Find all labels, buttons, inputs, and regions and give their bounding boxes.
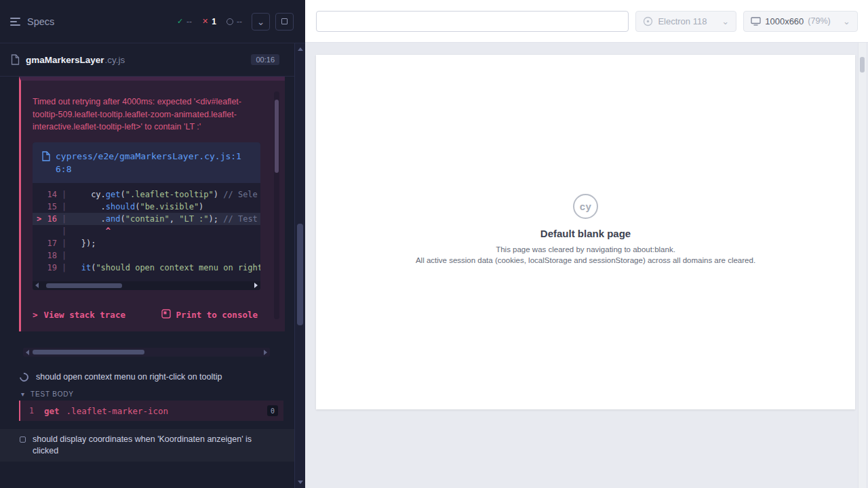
code-token: .: [71, 202, 106, 211]
stop-run-button[interactable]: [275, 13, 294, 30]
gutter-divider: [57, 213, 71, 225]
spec-extension: .cy.js: [105, 55, 125, 65]
file-icon: [42, 151, 50, 161]
gutter-divider: [57, 262, 71, 274]
code-text: cy.get(".leaflet-tooltip") // Sele: [71, 188, 258, 201]
view-stack-trace-link[interactable]: > View stack trace: [33, 310, 125, 320]
gutter-divider: [57, 201, 71, 213]
browser-label: Electron 118: [658, 16, 707, 26]
collapse-tests-button[interactable]: ⌄: [252, 13, 270, 30]
code-frame: cypress/e2e/gmaMarkersLayer.cy.js:16:8 1…: [33, 142, 260, 290]
url-toolbar: Electron 118 ⌄ 1000x660 (79%) ⌄: [305, 0, 868, 43]
spec-name[interactable]: gmaMarkersLayer: [26, 55, 104, 65]
scrollbar-thumb[interactable]: [297, 224, 303, 325]
code-text: ^: [71, 225, 111, 237]
aut-viewport: cy Default blank page This page was clea…: [305, 43, 868, 488]
code-token: // Test: [223, 214, 258, 224]
gutter-divider: [57, 225, 71, 237]
cypress-logo: cy: [573, 194, 598, 219]
scroll-left-arrow-icon[interactable]: [26, 350, 29, 355]
address-bar-input[interactable]: [316, 11, 629, 32]
reporter-header: Specs ✓ -- ✕ 1 -- ⌄: [0, 0, 305, 43]
code-token: });: [71, 239, 96, 248]
queued-test-icon: [20, 436, 26, 443]
browser-selector[interactable]: Electron 118 ⌄: [635, 11, 736, 32]
scroll-right-arrow-icon[interactable]: [264, 350, 267, 355]
scrollbar-thumb[interactable]: [33, 350, 144, 354]
test-body-section-header[interactable]: ▾ TEST BODY: [0, 387, 294, 401]
command-log-row[interactable]: 1 get .leaflet-marker-icon 0: [19, 401, 283, 421]
command-method: get: [44, 406, 60, 416]
console-icon: [161, 309, 171, 321]
specs-menu-button[interactable]: Specs: [10, 16, 54, 27]
reporter-scrollbar[interactable]: [294, 43, 305, 488]
code-token: (: [121, 214, 125, 224]
stat-failed: ✕ 1: [202, 17, 216, 26]
scrollbar-thumb[interactable]: [46, 283, 122, 288]
file-link[interactable]: cypress/e2e/gmaMarkersLayer.cy.js:16:8: [56, 150, 243, 176]
cross-icon: ✕: [202, 17, 208, 26]
print-to-console-button[interactable]: Print to console: [161, 309, 258, 321]
code-frame-file-row[interactable]: cypress/e2e/gmaMarkersLayer.cy.js:16:8: [33, 142, 260, 183]
line-number: 17: [33, 237, 57, 249]
code-token: );: [209, 214, 224, 224]
spec-header: gmaMarkersLayer .cy.js 00:16: [0, 43, 294, 77]
scroll-up-arrow-icon[interactable]: [298, 47, 303, 51]
test-title: should display coordinates when 'Koordin…: [33, 434, 256, 457]
stack-trace-label: View stack trace: [44, 310, 125, 320]
test-item-queued[interactable]: should display coordinates when 'Koordin…: [0, 429, 294, 462]
caret-icon: >: [33, 310, 38, 320]
code-token: (: [121, 190, 125, 199]
app-preview-pane: Electron 118 ⌄ 1000x660 (79%) ⌄ cy Defau…: [305, 0, 868, 488]
pending-icon: [226, 18, 233, 25]
line-number: 16: [33, 213, 57, 225]
code-token: [71, 263, 81, 272]
code-token: ): [199, 202, 203, 211]
scrollbar-thumb[interactable]: [275, 100, 279, 173]
scrollbar-thumb[interactable]: [860, 57, 865, 73]
chevron-down-icon: ⌄: [257, 17, 265, 26]
code-token: "LT :": [179, 214, 208, 224]
code-token: it: [81, 263, 91, 272]
scroll-down-arrow-icon[interactable]: [298, 481, 303, 484]
scroll-right-arrow-icon[interactable]: [254, 283, 258, 288]
preview-scrollbar[interactable]: [858, 43, 866, 488]
command-count-badge: 0: [267, 405, 278, 416]
code-line: ^: [33, 225, 260, 237]
code-line: 19 it("should open context menu on right: [33, 262, 260, 274]
code-token: ".leaflet-tooltip": [125, 190, 214, 199]
line-number: 15: [33, 201, 57, 213]
cypress-runner-window: Specs ✓ -- ✕ 1 -- ⌄: [0, 0, 868, 488]
error-horizontal-scrollbar[interactable]: [23, 348, 270, 357]
code-line: 14 cy.get(".leaflet-tooltip") // Sele: [33, 188, 260, 201]
electron-browser-icon: [643, 16, 653, 26]
code-horizontal-scrollbar[interactable]: [33, 281, 260, 290]
code-token: // Sele: [223, 190, 258, 199]
error-message[interactable]: Timed out retrying after 4000ms: expecte…: [33, 96, 259, 134]
code-token: and: [106, 214, 121, 224]
code-token: should: [106, 202, 135, 211]
code-text: });: [71, 237, 96, 249]
viewport-selector[interactable]: 1000x660 (79%) ⌄: [743, 11, 858, 32]
spec-duration-badge: 00:16: [251, 54, 279, 65]
test-error-region: Timed out retrying after 4000ms: expecte…: [19, 77, 285, 331]
running-spinner-icon: [18, 371, 30, 383]
test-item-active[interactable]: should open context menu on right-click …: [0, 369, 294, 385]
code-text: .should("be.visible"): [71, 201, 203, 213]
blank-page-heading: Default blank page: [316, 228, 855, 239]
stat-passed: ✓ --: [177, 17, 192, 26]
chevron-down-icon: ⌄: [843, 17, 850, 26]
code-lines: 14 cy.get(".leaflet-tooltip") // Sele15 …: [33, 183, 260, 278]
code-token: "be.visible": [140, 202, 199, 211]
code-token: "contain": [125, 214, 170, 224]
error-vertical-scrollbar[interactable]: [274, 92, 279, 319]
stop-icon: [281, 18, 288, 24]
line-number: 19: [33, 262, 57, 274]
scroll-left-arrow-icon[interactable]: [35, 283, 39, 288]
chevron-down-icon: ⌄: [722, 17, 729, 26]
print-console-label: Print to console: [176, 310, 258, 320]
code-line: 18: [33, 249, 260, 262]
check-icon: ✓: [177, 17, 183, 26]
code-token: "should open context menu on right: [96, 263, 260, 272]
code-token: get: [106, 190, 121, 199]
